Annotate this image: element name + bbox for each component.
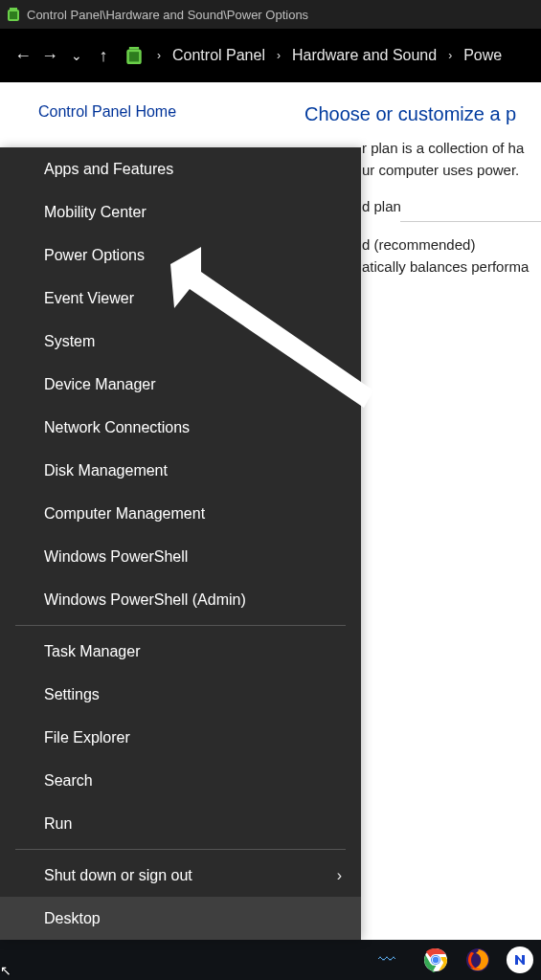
menu-item-search[interactable]: Search: [0, 759, 361, 802]
description-text: r plan is a collection of ha: [362, 137, 541, 159]
menu-item-disk-management[interactable]: Disk Management: [0, 449, 361, 492]
menu-item-mobility-center[interactable]: Mobility Center: [0, 190, 361, 234]
svg-rect-5: [129, 52, 139, 61]
chevron-right-icon[interactable]: ›: [269, 49, 288, 62]
chevron-right-icon: ›: [337, 867, 342, 884]
menu-item-label: File Explorer: [44, 729, 130, 746]
recent-dropdown[interactable]: ⌄: [63, 48, 90, 63]
description-text: ur computer uses power.: [362, 159, 541, 181]
battery-icon: [6, 7, 21, 22]
up-button[interactable]: ↑: [90, 46, 117, 66]
menu-item-label: System: [44, 333, 95, 350]
menu-item-file-explorer[interactable]: File Explorer: [0, 716, 361, 759]
page-heading: Choose or customize a p: [304, 100, 541, 129]
chevron-right-icon[interactable]: ›: [149, 49, 169, 62]
svg-point-10: [433, 957, 439, 963]
breadcrumb-item[interactable]: Hardware and Sound: [288, 47, 440, 64]
menu-item-desktop[interactable]: Desktop: [0, 897, 361, 940]
breadcrumb[interactable]: › Control Panel › Hardware and Sound › P…: [123, 44, 506, 67]
menu-item-label: Device Manager: [44, 376, 156, 393]
menu-item-label: Desktop: [44, 910, 101, 927]
plan-name: d (recommended): [362, 234, 541, 256]
menu-item-label: Event Viewer: [44, 290, 134, 307]
menu-item-device-manager[interactable]: Device Manager: [0, 363, 361, 406]
menu-item-label: Search: [44, 772, 93, 790]
back-button[interactable]: ←: [10, 46, 36, 66]
menu-item-powershell[interactable]: Windows PowerShell: [0, 535, 361, 578]
menu-item-label: Apps and Features: [44, 161, 173, 178]
cursor-icon: ↖: [0, 963, 11, 978]
menu-item-network-connections[interactable]: Network Connections: [0, 406, 361, 449]
svg-rect-0: [10, 8, 17, 10]
chrome-icon[interactable]: [422, 947, 449, 973]
navigation-bar: ← → ⌄ ↑ › Control Panel › Hardware and S…: [0, 29, 541, 82]
menu-item-settings[interactable]: Settings: [0, 673, 361, 716]
menu-item-shutdown[interactable]: Shut down or sign out ›: [0, 854, 361, 897]
menu-item-label: Windows PowerShell: [44, 548, 188, 566]
menu-item-apps-features[interactable]: Apps and Features: [0, 147, 361, 190]
menu-item-label: Task Manager: [44, 643, 141, 660]
tray-icon[interactable]: 〰: [378, 950, 407, 969]
menu-separator: [15, 625, 346, 626]
menu-item-label: Shut down or sign out: [44, 867, 192, 884]
menu-item-system[interactable]: System: [0, 320, 361, 363]
plan-description: atically balances performa: [362, 256, 541, 278]
menu-item-powershell-admin[interactable]: Windows PowerShell (Admin): [0, 578, 361, 621]
menu-item-label: Run: [44, 815, 72, 833]
menu-item-label: Mobility Center: [44, 204, 147, 221]
svg-rect-2: [10, 11, 17, 19]
svg-rect-3: [129, 47, 139, 50]
winx-menu: Apps and Features Mobility Center Power …: [0, 147, 361, 940]
breadcrumb-item[interactable]: Powe: [460, 47, 506, 64]
window-titlebar: Control Panel\Hardware and Sound\Power O…: [0, 0, 541, 29]
app-icon[interactable]: [507, 947, 533, 973]
menu-item-label: Computer Management: [44, 505, 205, 523]
menu-item-task-manager[interactable]: Task Manager: [0, 630, 361, 673]
battery-icon: [123, 44, 146, 67]
section-label: d plan: [362, 195, 541, 217]
menu-item-computer-management[interactable]: Computer Management: [0, 492, 361, 535]
menu-item-label: Power Options: [44, 247, 145, 264]
window-title: Control Panel\Hardware and Sound\Power O…: [27, 8, 308, 22]
chevron-right-icon[interactable]: ›: [440, 49, 460, 62]
menu-item-run[interactable]: Run: [0, 802, 361, 845]
breadcrumb-item[interactable]: Control Panel: [169, 47, 269, 64]
menu-item-label: Settings: [44, 686, 100, 703]
menu-item-label: Disk Management: [44, 462, 168, 479]
taskbar: 〰: [0, 940, 541, 980]
menu-item-power-options[interactable]: Power Options: [0, 234, 361, 277]
menu-item-event-viewer[interactable]: Event Viewer: [0, 277, 361, 320]
menu-separator: [15, 849, 346, 850]
menu-item-label: Windows PowerShell (Admin): [44, 591, 246, 609]
firefox-icon[interactable]: [464, 947, 491, 973]
forward-button[interactable]: →: [36, 46, 63, 66]
menu-item-label: Network Connections: [44, 419, 190, 436]
